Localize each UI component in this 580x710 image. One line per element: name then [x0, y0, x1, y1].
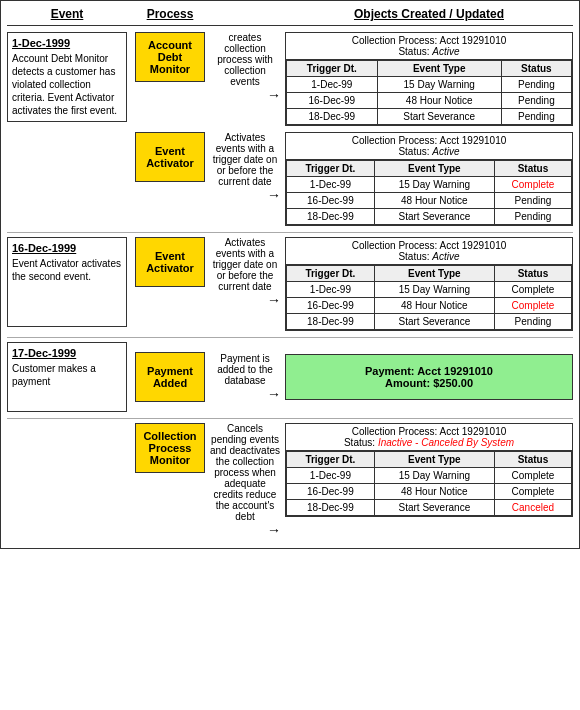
panel-header-1: Collection Process: Acct 19291010 Status… — [286, 33, 572, 60]
section1-row: 1-Dec-1999 Account Debt Monitor detects … — [7, 32, 573, 126]
col-event-5: Event Type — [374, 452, 494, 468]
arrow-4: Payment is added to the database — [205, 353, 285, 402]
panel-status-val-1: Active — [432, 46, 459, 57]
objects-table-2: Trigger Dt. Event Type Status 1-Dec-9915… — [286, 160, 572, 225]
header-row: Event Process Objects Created / Updated — [7, 7, 573, 26]
event-box-4: 17-Dec-1999 Customer makes a payment — [7, 342, 127, 412]
divider-3 — [7, 418, 573, 419]
arrow-2: Activates events with a trigger date on … — [205, 132, 285, 203]
objects-table-3: Trigger Dt. Event Type Status 1-Dec-9915… — [286, 265, 572, 330]
trigger-date: 16-Dec-99 — [287, 193, 375, 209]
status-badge: Complete — [494, 484, 571, 500]
col-trigger-3: Trigger Dt. — [287, 266, 375, 282]
header-process-label: Process — [147, 7, 194, 21]
trigger-date: 18-Dec-99 — [287, 500, 375, 516]
event-date-1: 1-Dec-1999 — [12, 37, 122, 49]
table-row: 18-Dec-99Start SeverancePending — [287, 314, 572, 330]
event-type: 15 Day Warning — [377, 77, 501, 93]
panel-acct-1: Collection Process: Acct 19291010 — [352, 35, 507, 46]
arrow-1: creates collection process with collecti… — [205, 32, 285, 103]
table-row: 1-Dec-9915 Day WarningComplete — [287, 177, 572, 193]
arrow-text-1: creates collection process with collecti… — [217, 32, 273, 87]
header-event-label: Event — [51, 7, 84, 21]
col-event-1: Event Type — [377, 61, 501, 77]
status-badge: Pending — [501, 93, 571, 109]
event-desc-4: Customer makes a payment — [12, 362, 122, 388]
event-date-4: 17-Dec-1999 — [12, 347, 122, 359]
event-desc-1: Account Debt Monitor detects a customer … — [12, 52, 122, 117]
process-box-1: Account Debt Monitor — [135, 32, 205, 82]
status-badge: Pending — [501, 77, 571, 93]
objects-panel-1: Collection Process: Acct 19291010 Status… — [285, 32, 573, 126]
objects-panel-3: Collection Process: Acct 19291010 Status… — [285, 237, 573, 331]
status-badge: Complete — [494, 177, 571, 193]
panel-header-5: Collection Process: Acct 19291010 Status… — [286, 424, 572, 451]
arrow-3: Activates events with a trigger date on … — [205, 237, 285, 308]
process-name-1: Account Debt Monitor — [140, 39, 200, 75]
process-box-3: Event Activator — [135, 237, 205, 287]
table-row: 1-Dec-9915 Day WarningComplete — [287, 468, 572, 484]
panel-status-label-5: Status: — [344, 437, 375, 448]
col-trigger-2: Trigger Dt. — [287, 161, 375, 177]
header-objects-label: Objects Created / Updated — [354, 7, 504, 21]
trigger-date: 18-Dec-99 — [287, 314, 375, 330]
status-badge: Complete — [494, 282, 571, 298]
objects-table-1: Trigger Dt. Event Type Status 1-Dec-9915… — [286, 60, 572, 125]
arrow-text-4: Payment is added to the database — [217, 353, 273, 386]
col-status-5: Status — [494, 452, 571, 468]
objects-panel-2: Collection Process: Acct 19291010 Status… — [285, 132, 573, 226]
col-status-3: Status — [494, 266, 571, 282]
divider-2 — [7, 337, 573, 338]
status-badge: Pending — [494, 314, 571, 330]
table-row: 16-Dec-9948 Hour NoticePending — [287, 193, 572, 209]
divider-1 — [7, 232, 573, 233]
event-type: 15 Day Warning — [374, 468, 494, 484]
table-row: 1-Dec-9915 Day WarningPending — [287, 77, 572, 93]
process-name-2: Event Activator — [140, 145, 200, 169]
panel-header-3: Collection Process: Acct 19291010 Status… — [286, 238, 572, 265]
trigger-date: 16-Dec-99 — [287, 93, 378, 109]
col-trigger-1: Trigger Dt. — [287, 61, 378, 77]
table-row: 1-Dec-9915 Day WarningComplete — [287, 282, 572, 298]
status-badge: Complete — [494, 468, 571, 484]
panel-status-label-2: Status: — [398, 146, 429, 157]
main-container: Event Process Objects Created / Updated … — [0, 0, 580, 549]
payment-line2: Amount: $250.00 — [290, 377, 568, 389]
process-name-5: Collection Process Monitor — [140, 430, 200, 466]
section2-row: Event Activator Activates events with a … — [7, 132, 573, 226]
panel-header-2: Collection Process: Acct 19291010 Status… — [286, 133, 572, 160]
trigger-date: 1-Dec-99 — [287, 177, 375, 193]
event-box-1: 1-Dec-1999 Account Debt Monitor detects … — [7, 32, 127, 122]
event-box-3: 16-Dec-1999 Event Activator activates th… — [7, 237, 127, 327]
col-event-3: Event Type — [374, 266, 494, 282]
trigger-date: 18-Dec-99 — [287, 209, 375, 225]
trigger-date: 1-Dec-99 — [287, 282, 375, 298]
panel-status-val-5: Inactive - Canceled By System — [378, 437, 514, 448]
objects-table-5: Trigger Dt. Event Type Status 1-Dec-9915… — [286, 451, 572, 516]
col-status-2: Status — [494, 161, 571, 177]
process-box-4: Payment Added — [135, 352, 205, 402]
status-badge: Pending — [501, 109, 571, 125]
table-row: 16-Dec-9948 Hour NoticePending — [287, 93, 572, 109]
table-row: 16-Dec-9948 Hour NoticeComplete — [287, 484, 572, 500]
process-name-3: Event Activator — [140, 250, 200, 274]
event-type: 48 Hour Notice — [374, 484, 494, 500]
panel-status-label-1: Status: — [398, 46, 429, 57]
panel-acct-3: Collection Process: Acct 19291010 — [352, 240, 507, 251]
payment-line1: Payment: Acct 19291010 — [290, 365, 568, 377]
event-type: Start Severance — [374, 314, 494, 330]
table-row: 18-Dec-99Start SeverancePending — [287, 109, 572, 125]
status-badge: Canceled — [494, 500, 571, 516]
event-type: 48 Hour Notice — [374, 298, 494, 314]
col-event-2: Event Type — [374, 161, 494, 177]
panel-status-val-3: Active — [432, 251, 459, 262]
panel-status-label-3: Status: — [398, 251, 429, 262]
trigger-date: 1-Dec-99 — [287, 77, 378, 93]
event-type: Start Severance — [374, 209, 494, 225]
event-type: Start Severance — [374, 500, 494, 516]
col-status-1: Status — [501, 61, 571, 77]
panel-status-val-2: Active — [432, 146, 459, 157]
col-trigger-5: Trigger Dt. — [287, 452, 375, 468]
objects-panel-5: Collection Process: Acct 19291010 Status… — [285, 423, 573, 517]
trigger-date: 16-Dec-99 — [287, 298, 375, 314]
